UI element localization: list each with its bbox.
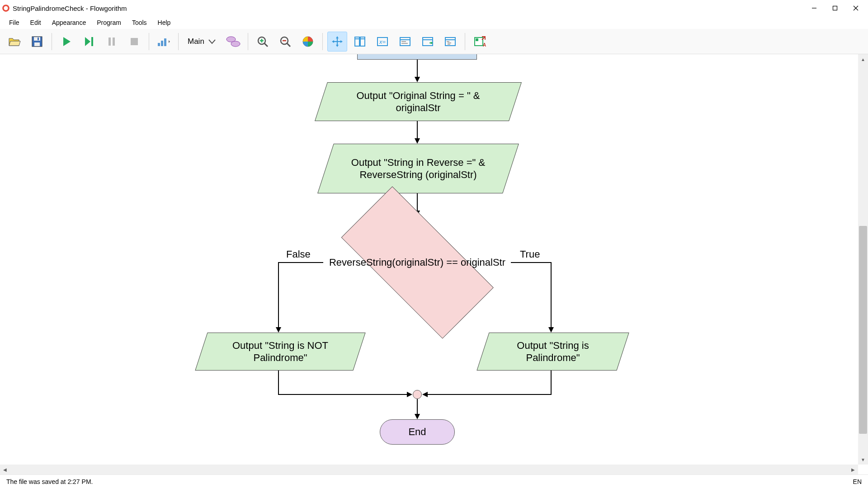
svg-rect-11	[108, 38, 111, 46]
output-block-reverse[interactable]: Output "String in Reverse =" & ReverseSt…	[326, 144, 511, 193]
arrow-line	[551, 262, 552, 328]
menu-file[interactable]: File	[4, 17, 25, 28]
minimize-button[interactable]	[804, 0, 825, 16]
open-button[interactable]	[5, 32, 24, 52]
status-message: The file was saved at 2:27 PM.	[6, 478, 93, 485]
arrow-line	[417, 121, 418, 139]
partial-shape-top	[357, 54, 477, 60]
close-button[interactable]	[845, 0, 866, 16]
console-button[interactable]	[395, 32, 415, 52]
titlebar: StringPalindromeCheck - Flowgorithm	[0, 0, 868, 16]
flowchart-canvas[interactable]: Output "Original String = " & originalSt…	[0, 54, 858, 465]
output-text: Output "String is NOT Palindrome"	[201, 333, 359, 371]
function-selector[interactable]: Main	[183, 37, 221, 46]
zoom-in-button[interactable]	[253, 32, 273, 52]
arrow-head-icon	[548, 327, 554, 333]
window-title: StringPalindromeCheck - Flowgorithm	[13, 5, 804, 12]
svg-line-20	[264, 43, 268, 47]
menu-tools[interactable]: Tools	[127, 17, 152, 28]
variable-watch-button[interactable]: x=	[373, 32, 392, 52]
stop-button[interactable]	[124, 32, 144, 52]
menu-program[interactable]: Program	[91, 17, 127, 28]
output-text: Output "String is Palindrome"	[483, 333, 623, 371]
statusbar: The file was saved at 2:27 PM. EN	[0, 474, 868, 488]
end-block[interactable]: End	[380, 419, 455, 445]
arrow-line	[278, 262, 279, 328]
vertical-scrollbar[interactable]: ▲ ▼	[858, 54, 868, 465]
scroll-down-button[interactable]: ▼	[858, 455, 868, 465]
scroll-thumb[interactable]	[859, 226, 867, 434]
function-name: Main	[188, 37, 204, 46]
export-button[interactable]: A	[470, 32, 490, 52]
menubar: File Edit Appearance Program Tools Help	[0, 16, 868, 29]
arrow-line	[427, 394, 552, 395]
arrow-line	[551, 371, 552, 395]
svg-line-24	[287, 43, 290, 47]
arrow-line	[278, 394, 409, 395]
toolbar: Main x= A	[0, 29, 868, 54]
svg-text:A: A	[483, 42, 486, 47]
output-block-palindrome[interactable]: Output "String is Palindrome"	[483, 333, 623, 371]
svg-point-1	[4, 6, 8, 10]
arrow-head-icon	[415, 414, 420, 419]
true-label: True	[520, 249, 540, 260]
source-code-button[interactable]	[440, 32, 460, 52]
svg-rect-3	[833, 6, 837, 10]
window-controls	[804, 0, 866, 16]
arrow-head-icon	[415, 138, 420, 144]
svg-rect-10	[91, 37, 93, 46]
arrow-line	[417, 399, 418, 415]
arrow-line	[278, 262, 323, 263]
arrow-head-icon	[407, 392, 412, 397]
end-text: End	[408, 426, 426, 438]
add-function-button[interactable]	[223, 32, 243, 52]
menu-appearance[interactable]: Appearance	[47, 17, 92, 28]
canvas-wrap: Output "Original String = " & originalSt…	[0, 54, 868, 474]
svg-rect-7	[34, 37, 40, 41]
svg-text:x=: x=	[379, 38, 386, 45]
output-text: Output "Original String = " & originalSt…	[321, 82, 515, 121]
scroll-up-button[interactable]: ▲	[858, 54, 868, 64]
svg-rect-8	[34, 42, 40, 46]
zoom-out-button[interactable]	[275, 32, 295, 52]
step-button[interactable]	[79, 32, 99, 52]
save-button[interactable]	[27, 32, 47, 52]
svg-rect-12	[113, 38, 115, 46]
status-language: EN	[853, 478, 862, 485]
svg-rect-14	[158, 43, 160, 46]
horizontal-scrollbar[interactable]: ◀ ▶	[0, 465, 858, 474]
arrow-line	[417, 193, 418, 211]
connector-node[interactable]	[413, 390, 422, 399]
svg-point-18	[231, 41, 240, 47]
svg-rect-9	[38, 38, 39, 40]
pause-button[interactable]	[102, 32, 122, 52]
decision-block[interactable]: ReverseString(originalStr) == originalSt…	[316, 211, 518, 314]
chevron-down-icon	[208, 39, 216, 44]
app-icon	[2, 4, 10, 12]
maximize-button[interactable]	[825, 0, 845, 16]
layout-auto-button[interactable]	[327, 32, 347, 52]
svg-rect-16	[164, 38, 166, 46]
arrow-line	[417, 60, 418, 78]
arrow-line	[278, 371, 279, 395]
run-button[interactable]	[57, 32, 76, 52]
menu-edit[interactable]: Edit	[25, 17, 47, 28]
scroll-left-button[interactable]: ◀	[0, 465, 10, 474]
speed-button[interactable]	[154, 32, 174, 52]
arrow-line	[511, 262, 552, 263]
svg-rect-37	[423, 38, 433, 46]
svg-rect-45	[476, 38, 478, 41]
decision-text: ReverseString(originalStr) == originalSt…	[316, 211, 518, 314]
turtle-button[interactable]	[418, 32, 438, 52]
output-text: Output "String in Reverse =" & ReverseSt…	[326, 144, 511, 193]
output-block-original[interactable]: Output "Original String = " & originalSt…	[321, 82, 515, 121]
svg-rect-13	[131, 38, 138, 45]
menu-help[interactable]: Help	[152, 17, 176, 28]
layout-windows-button[interactable]	[350, 32, 370, 52]
arrow-head-icon	[415, 77, 420, 82]
svg-rect-15	[161, 41, 163, 46]
color-scheme-button[interactable]	[298, 32, 318, 52]
output-block-not-palindrome[interactable]: Output "String is NOT Palindrome"	[201, 333, 359, 371]
scroll-right-button[interactable]: ▶	[848, 465, 858, 474]
arrow-head-icon	[276, 327, 281, 333]
